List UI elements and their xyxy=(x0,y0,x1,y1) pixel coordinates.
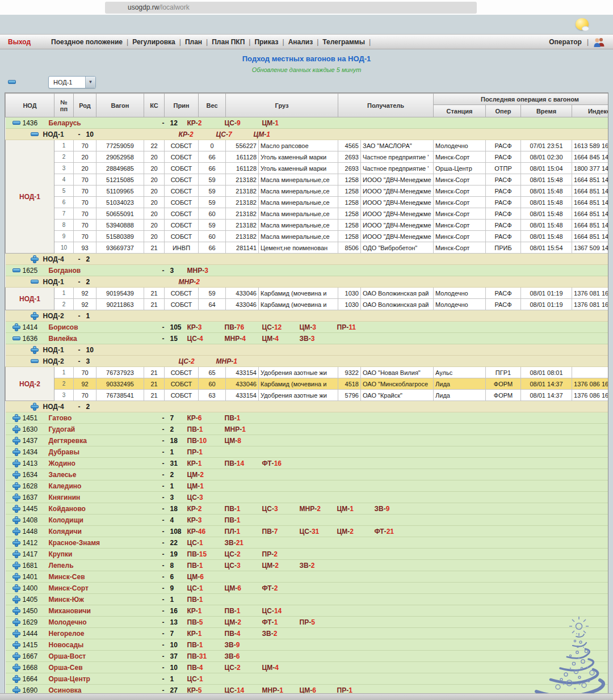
nod-subgroup-row[interactable]: НОД-4-2 xyxy=(6,401,609,412)
station-group-row[interactable]: 1667Орша-Вост-37ПВ-31ЗВ-6 xyxy=(6,651,609,662)
station-group-row[interactable]: 1451Гатово-7КР-6ПВ-1 xyxy=(6,412,609,424)
station-group-row[interactable]: 1415Новосады-10ПВ-1ЗВ-9 xyxy=(6,639,609,651)
expand-icon[interactable] xyxy=(12,652,20,660)
menu-item[interactable]: План ПКП xyxy=(212,38,245,46)
wagon-row[interactable]: 7705065509120СОБСТ60213182Масла минераль… xyxy=(6,208,609,220)
tree-toggle[interactable] xyxy=(6,482,23,490)
horizontal-scrollbar[interactable] xyxy=(0,693,613,700)
wagon-row[interactable]: 6705103402320СОБСТ59213182Масла минераль… xyxy=(6,197,609,208)
tree-toggle[interactable] xyxy=(6,539,23,547)
collapse-icon[interactable] xyxy=(12,121,20,125)
station-group-row[interactable]: 1412Красное-Знамя-22ЦС-1ЗВ-21 xyxy=(6,537,609,549)
station-group-row[interactable]: 1636Вилейка-15ЦС-4МНР-4ЦМ-4ЗВ-3 xyxy=(6,333,609,344)
station-group-row[interactable]: 1437Дегтяревка-18ПВ-10ЦМ-8 xyxy=(6,435,609,446)
station-group-row[interactable]: 1681Лепель-8ПВ-1ЦС-3ЦМ-2ЗВ-2 xyxy=(6,560,609,571)
wagon-row[interactable]: 8705394088820СОБСТ59213182Масла минераль… xyxy=(6,220,609,231)
station-group-row[interactable]: 1450Михановичи-16КР-1ПВ-1ЦС-14 xyxy=(6,605,609,617)
tree-toggle[interactable] xyxy=(6,630,23,638)
station-group-row[interactable]: 1628Каледино-1ЦМ-1 xyxy=(6,480,609,492)
expand-icon[interactable] xyxy=(12,414,20,422)
station-group-row[interactable]: 1417Крупки-19ПВ-15ЦС-2ПР-2 xyxy=(6,549,609,560)
tree-toggle[interactable] xyxy=(6,268,23,272)
menu-item[interactable]: Поездное положение xyxy=(51,38,123,46)
menu-item[interactable]: Приказ xyxy=(254,38,278,46)
tree-toggle[interactable] xyxy=(6,121,23,125)
expand-icon[interactable] xyxy=(12,323,20,331)
wagon-row[interactable]: НОД-11707725905922СОБСТ0556227Масло рапс… xyxy=(6,140,609,151)
nod-subgroup-row[interactable]: НОД-1-10КР-2ЦС-7ЦМ-1 xyxy=(6,129,609,140)
tree-toggle[interactable] xyxy=(6,652,23,660)
tree-toggle[interactable] xyxy=(6,414,23,422)
tree-toggle[interactable] xyxy=(6,550,23,558)
menu-item[interactable]: Анализ xyxy=(288,38,313,46)
station-group-row[interactable]: 1408Колодищи-4КР-3ПВ-1 xyxy=(6,515,609,526)
wagon-row[interactable]: НОД-11929019543921СОБСТ59433046Карбамид … xyxy=(6,288,609,299)
expand-icon[interactable] xyxy=(12,562,20,570)
tree-toggle[interactable] xyxy=(6,641,23,649)
tree-toggle[interactable] xyxy=(6,505,23,513)
station-group-row[interactable]: 1448Колядичи-108КР-46ПЛ-1ПВ-7ЦС-31ЦМ-2ФТ… xyxy=(6,526,609,537)
expand-icon[interactable] xyxy=(31,346,39,354)
wagon-row[interactable]: 4705121508520СОБСТ59213182Масла минераль… xyxy=(6,174,609,185)
expand-icon[interactable] xyxy=(12,448,20,456)
tree-toggle[interactable] xyxy=(6,664,23,672)
expand-icon[interactable] xyxy=(12,664,20,672)
wagon-row[interactable]: НОД-21707673792321СОБСТ65433154Удобрения… xyxy=(6,367,609,378)
station-group-row[interactable]: 1444Негорелое-7КР-1ПВ-4ЗВ-2 xyxy=(6,628,609,639)
tree-toggle[interactable] xyxy=(6,596,23,604)
tree-toggle[interactable] xyxy=(6,471,23,479)
expand-icon[interactable] xyxy=(31,312,39,320)
operator-link[interactable]: Оператор xyxy=(549,38,582,46)
expand-icon[interactable] xyxy=(12,528,20,535)
nod-subgroup-row[interactable]: НОД-1-10 xyxy=(6,344,609,356)
wagon-row[interactable]: 5705110996520СОБСТ59213182Масла минераль… xyxy=(6,185,609,197)
station-group-row[interactable]: 1405Минск-Юж-1ПВ-1 xyxy=(6,594,609,605)
tree-toggle[interactable] xyxy=(6,573,23,581)
expand-icon[interactable] xyxy=(12,596,20,604)
tree-toggle[interactable] xyxy=(6,584,23,592)
tree-toggle[interactable] xyxy=(31,255,43,263)
wagon-row[interactable]: 9705158038920СОБСТ60213182Масла минераль… xyxy=(6,231,609,242)
expand-icon[interactable] xyxy=(12,437,20,445)
tree-toggle[interactable] xyxy=(6,607,23,615)
menu-item[interactable]: Регулировка xyxy=(132,38,175,46)
expand-icon[interactable] xyxy=(12,641,20,649)
menu-item[interactable]: Телеграммы xyxy=(322,38,365,46)
station-group-row[interactable]: 1668Орша-Сев-10ПВ-4ЦС-2ЦМ-4 xyxy=(6,662,609,673)
expand-icon[interactable] xyxy=(12,584,20,592)
wagon-row[interactable]: 2929033249521СОБСТ60433046Карбамид (моче… xyxy=(6,378,609,390)
tree-toggle[interactable] xyxy=(6,323,23,331)
station-group-row[interactable]: 1413Жодино-31КР-1ПВ-14ФТ-16 xyxy=(6,458,609,469)
exit-link[interactable]: Выход xyxy=(8,38,49,46)
tree-toggle[interactable] xyxy=(6,618,23,626)
tree-toggle[interactable] xyxy=(6,675,23,683)
station-group-row[interactable]: 1400Минск-Сорт-9ЦС-1ЦМ-6ФТ-2 xyxy=(6,583,609,594)
collapse-icon[interactable] xyxy=(12,268,20,272)
collapse-icon[interactable] xyxy=(31,280,39,284)
nod-subgroup-row[interactable]: НОД-2-3ЦС-2МНР-1 xyxy=(6,356,609,367)
menu-item[interactable]: План xyxy=(185,38,202,46)
tree-toggle[interactable] xyxy=(6,425,23,433)
address-bar[interactable]: usogdp.rw/localwork xyxy=(105,2,477,14)
station-group-row[interactable]: 1434Дубравы-1ПР-1 xyxy=(6,446,609,458)
expand-icon[interactable] xyxy=(12,618,20,626)
station-group-row[interactable]: 1625Богданов-3МНР-3 xyxy=(6,265,609,276)
station-group-row[interactable]: 1664Орша-Центр-1ЦС-1 xyxy=(6,673,609,685)
expand-icon[interactable] xyxy=(31,403,39,411)
expand-icon[interactable] xyxy=(12,505,20,513)
station-group-row[interactable]: 1629Молодечно-13ПВ-5ЦМ-2ФТ-1ПР-5 xyxy=(6,617,609,628)
expand-icon[interactable] xyxy=(31,255,39,263)
station-group-row[interactable]: 1401Минск-Сев-6ЦМ-6 xyxy=(6,571,609,583)
tree-toggle[interactable] xyxy=(6,437,23,445)
expand-icon[interactable] xyxy=(12,482,20,490)
wagon-row[interactable]: 2202905295820СОБСТ66161128Уголь каменный… xyxy=(6,151,609,163)
station-group-row[interactable]: 1414Борисов-105КР-3ПВ-76ЦС-12ЦМ-3ПР-11 xyxy=(6,322,609,333)
expand-icon[interactable] xyxy=(12,494,20,501)
wagon-row[interactable]: 3202884968520СОБСТ66161128Уголь каменный… xyxy=(6,163,609,174)
expand-icon[interactable] xyxy=(12,539,20,547)
expand-icon[interactable] xyxy=(12,459,20,467)
tree-toggle[interactable] xyxy=(31,132,43,136)
station-group-row[interactable]: 1637Княгинин-3ЦС-3 xyxy=(6,492,609,503)
station-group-row[interactable]: 1634Залесье-2ЦМ-2 xyxy=(6,469,609,480)
expand-icon[interactable] xyxy=(12,573,20,581)
